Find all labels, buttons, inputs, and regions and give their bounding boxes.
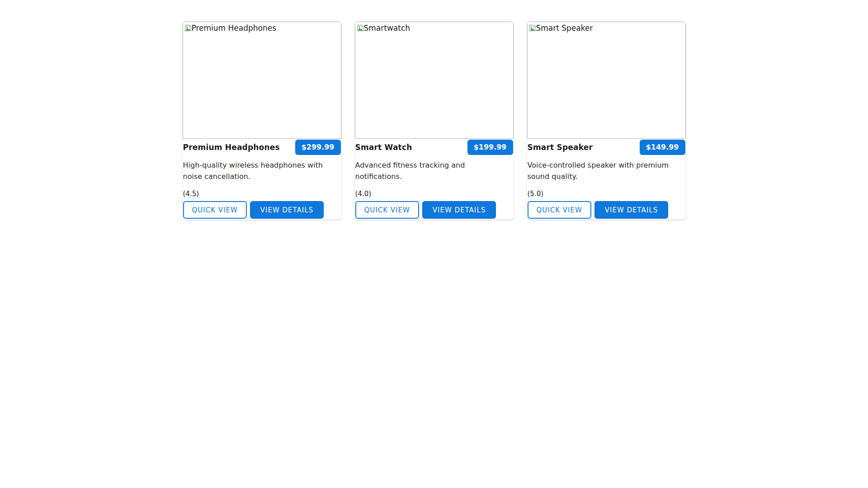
price-badge: $149.99 [640, 140, 685, 155]
product-title: Premium Headphones [183, 143, 280, 152]
product-rating: (4.5) [183, 190, 341, 198]
quick-view-button[interactable]: QUICK VIEW [183, 201, 247, 219]
view-details-button[interactable]: VIEW DETAILS [594, 201, 668, 219]
product-description: Voice-controlled speaker with premium so… [528, 160, 681, 182]
quick-view-button[interactable]: QUICK VIEW [355, 201, 419, 219]
image-alt-text: Smartwatch [364, 23, 410, 33]
product-title: Smart Watch [355, 143, 412, 152]
image-alt-row: Smart Speaker [529, 23, 684, 33]
title-row: Smart Watch $199.99 [355, 140, 513, 155]
broken-image-icon [184, 24, 192, 32]
title-row: Premium Headphones $299.99 [183, 140, 341, 155]
price-badge: $199.99 [467, 140, 513, 155]
product-title: Smart Speaker [528, 143, 593, 152]
broken-image-icon [529, 24, 536, 32]
quick-view-button[interactable]: QUICK VIEW [528, 201, 591, 219]
product-rating: (5.0) [528, 190, 685, 198]
title-row: Smart Speaker $149.99 [528, 140, 685, 155]
product-card: Smartwatch Smart Watch $199.99 Advanced … [355, 22, 514, 220]
card-body: Premium Headphones $299.99 High-quality … [183, 139, 341, 220]
image-alt-row: Smartwatch [357, 23, 512, 33]
product-image-placeholder: Smart Speaker [527, 22, 686, 139]
card-body: Smart Watch $199.99 Advanced fitness tra… [355, 139, 514, 220]
button-row: QUICK VIEW VIEW DETAILS [355, 201, 513, 219]
view-details-button[interactable]: VIEW DETAILS [422, 201, 496, 219]
button-row: QUICK VIEW VIEW DETAILS [183, 201, 341, 219]
image-alt-text: Smart Speaker [536, 23, 593, 33]
product-description: High-quality wireless headphones with no… [183, 160, 337, 182]
view-details-button[interactable]: VIEW DETAILS [250, 201, 324, 219]
product-rating: (4.0) [355, 190, 513, 198]
product-grid: Premium Headphones Premium Headphones $2… [183, 22, 686, 220]
button-row: QUICK VIEW VIEW DETAILS [528, 201, 685, 219]
product-image-placeholder: Premium Headphones [183, 22, 341, 139]
image-alt-row: Premium Headphones [184, 23, 340, 33]
product-image-placeholder: Smartwatch [355, 22, 514, 139]
price-badge: $299.99 [295, 140, 341, 155]
broken-image-icon [357, 24, 364, 32]
product-card: Smart Speaker Smart Speaker $149.99 Voic… [527, 22, 686, 220]
product-card: Premium Headphones Premium Headphones $2… [183, 22, 341, 220]
card-body: Smart Speaker $149.99 Voice-controlled s… [527, 139, 686, 220]
image-alt-text: Premium Headphones [192, 23, 277, 33]
product-description: Advanced fitness tracking and notificati… [355, 160, 509, 182]
